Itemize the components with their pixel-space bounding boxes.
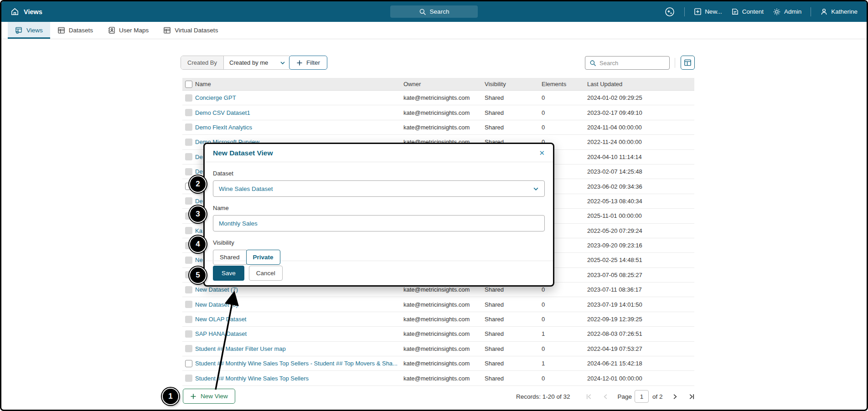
row-checkbox (185, 153, 192, 160)
ai-assistant-icon[interactable] (664, 6, 675, 17)
column-header-elements[interactable]: Elements (542, 81, 587, 87)
dataset-name-link[interactable]: SAP HANA Dataset (195, 330, 247, 337)
tab-virtual-datasets[interactable]: Virtual Datasets (156, 22, 225, 39)
step-badge-5: 5 (189, 267, 207, 284)
tab-views[interactable]: Views (8, 22, 50, 39)
row-cell: 2023-07-11 08:36:17 (587, 286, 694, 293)
row-checkbox (185, 375, 192, 382)
new-menu-button[interactable]: New... (694, 8, 722, 15)
column-header-visibility[interactable]: Visibility (485, 81, 542, 87)
row-cell: 2022-08-03 07:26:51 (587, 330, 694, 337)
tab-virtual-datasets-label: Virtual Datasets (175, 27, 218, 34)
row-cell: 0 (542, 94, 587, 101)
row-cell: Shared (485, 316, 542, 323)
row-cell: kate@metricinsights.com (403, 286, 485, 293)
dataset-name-link[interactable]: Student ## Monthly Wine Sales Top Seller… (195, 360, 398, 367)
first-page-button[interactable] (585, 393, 592, 400)
row-cell: Shared (485, 360, 542, 367)
close-icon[interactable]: ✕ (539, 149, 545, 156)
row-checkbox (185, 330, 192, 338)
dataset-name-link[interactable]: De (195, 154, 203, 160)
header-divider (684, 7, 685, 16)
row-cell: 0 (542, 286, 587, 293)
page-title: Views (24, 8, 42, 15)
add-filter-button[interactable]: Filter (289, 56, 327, 70)
cancel-button[interactable]: Cancel (249, 266, 283, 281)
tab-datasets[interactable]: Datasets (50, 22, 100, 39)
new-view-button[interactable]: New View (183, 389, 235, 404)
row-cell: kate@metricinsights.com (403, 316, 485, 323)
column-header-name[interactable]: Name (195, 81, 403, 87)
row-cell: 2023-07-19 14:01:50 (587, 301, 694, 308)
user-menu-button[interactable]: Katherine (820, 8, 858, 15)
row-cell: 2023-02-07 14:25:48 (587, 168, 694, 175)
table-row: New Dataset (8)kate@metricinsights.comSh… (182, 297, 694, 312)
row-cell: 1 (542, 330, 587, 337)
table-row: Demo FlexIt Analyticskate@metricinsights… (182, 120, 694, 135)
dataset-name-link[interactable]: New OLAP Dataset (195, 316, 246, 323)
home-icon[interactable] (10, 7, 19, 16)
row-checkbox (185, 345, 192, 352)
previous-page-button[interactable] (602, 393, 609, 400)
dataset-name-link[interactable]: New Dataset (8) (195, 301, 238, 308)
save-button[interactable]: Save (213, 266, 244, 281)
tab-user-maps[interactable]: User Maps (100, 22, 156, 39)
modal-title: New Dataset View (213, 149, 273, 157)
dataset-name-link[interactable]: De (195, 198, 203, 205)
row-cell: 2024-04-10 11:14:14 (587, 154, 694, 160)
pagination-bar: Records: 1-20 of 32 Page of 2 (516, 390, 694, 403)
dataset-field-label: Dataset (213, 170, 545, 177)
column-header-last-updated[interactable]: Last Updated (587, 81, 694, 87)
content-menu-button[interactable]: Content (731, 8, 764, 15)
page-number-input[interactable] (635, 390, 649, 403)
visibility-private-button[interactable]: Private (246, 250, 280, 265)
row-cell: 2022-04-19 07:53:27 (587, 345, 694, 352)
dataset-name-link[interactable]: Student ## Monthly Wine Sales Top Seller… (195, 375, 309, 382)
dataset-name-link[interactable]: Concierge GPT (195, 94, 236, 101)
page-brand: Views (10, 7, 42, 16)
row-cell: 1 (542, 360, 587, 367)
views-icon (15, 26, 23, 34)
plus-icon (190, 393, 196, 400)
created-by-filter: Created By Created by me (181, 56, 291, 70)
row-cell: 2023-07-05 08:25:27 (587, 272, 694, 278)
dataset-name-link[interactable]: Student ## Master Filter User map (195, 345, 286, 352)
row-cell: Shared (485, 124, 542, 131)
admin-menu-label: Admin (784, 8, 801, 15)
row-cell: 0 (542, 345, 587, 352)
admin-menu-button[interactable]: Admin (773, 8, 801, 16)
name-field-label: Name (213, 205, 545, 211)
new-dataset-view-modal: New Dataset View ✕ Dataset Wine Sales Da… (203, 143, 554, 287)
created-by-value: Created by me (229, 59, 268, 66)
step-badge-2: 2 (189, 175, 207, 193)
dataset-name-link[interactable]: De (195, 168, 203, 175)
dataset-name-link[interactable]: Ka (195, 227, 202, 234)
created-by-dropdown[interactable]: Created by me (224, 56, 291, 69)
dataset-name-link[interactable]: New Dataset (7) (195, 286, 238, 293)
table-row: Concierge GPTkate@metricinsights.comShar… (182, 91, 694, 105)
column-header-owner[interactable]: Owner (403, 81, 485, 87)
dataset-name-link[interactable]: Demo FlexIt Analytics (195, 124, 252, 131)
dataset-name-link[interactable]: Ne (195, 257, 203, 263)
row-cell: kate@metricinsights.com (403, 109, 485, 116)
row-checkbox[interactable] (185, 360, 192, 367)
last-page-button[interactable] (688, 393, 695, 400)
next-page-button[interactable] (672, 393, 678, 400)
content-menu-label: Content (742, 8, 764, 15)
row-cell: 2025-02-25 14:48:51 (587, 257, 694, 263)
row-checkbox (185, 94, 192, 102)
dataset-select[interactable]: Wine Sales Dataset (213, 180, 545, 197)
tab-datasets-label: Datasets (69, 27, 93, 34)
table-row: SAP HANA Datasetkate@metricinsights.comS… (182, 327, 694, 341)
global-search-button[interactable]: Search (390, 5, 478, 18)
row-checkbox (185, 197, 192, 205)
dataset-name-link[interactable]: Demo CSV Dataset1 (195, 109, 250, 116)
row-checkbox (185, 227, 192, 234)
column-settings-button[interactable] (681, 56, 695, 70)
select-all-checkbox[interactable] (185, 81, 192, 88)
table-search-input[interactable] (599, 60, 659, 67)
records-count: Records: 1-20 of 32 (516, 393, 570, 400)
name-input[interactable] (219, 220, 539, 227)
row-cell: 2024-12-01 00:00:00 (587, 375, 694, 382)
row-cell: 2022-05-13 08:40:34 (587, 198, 694, 205)
